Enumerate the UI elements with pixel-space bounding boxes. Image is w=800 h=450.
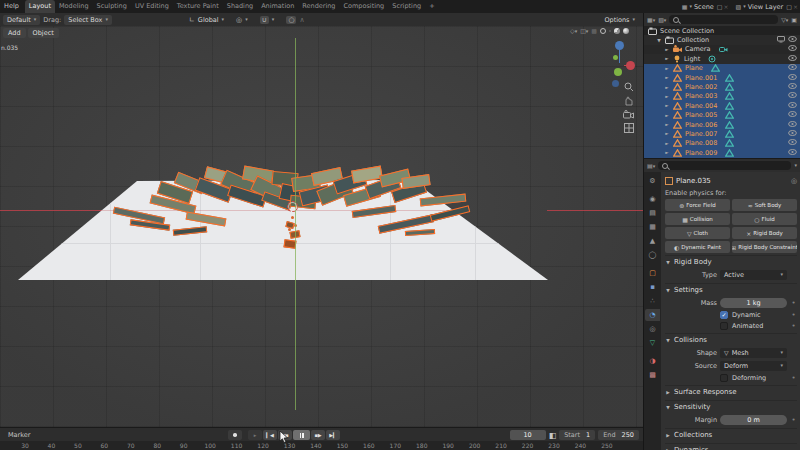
clock-icon[interactable]: ◧ xyxy=(549,431,557,440)
settings-section-header[interactable]: ▼ Settings xyxy=(665,283,797,296)
triangle-right-icon[interactable]: ► xyxy=(664,75,670,80)
jump-end-button[interactable]: ▶▎ xyxy=(326,430,340,440)
workspace-tab-layout[interactable]: Layout xyxy=(25,0,55,13)
outliner-item-plane-004[interactable]: ►Plane.004 xyxy=(644,101,800,110)
visibility-eye-icon[interactable] xyxy=(788,36,797,44)
marker-menu[interactable]: Marker xyxy=(0,431,38,439)
visibility-eye-icon[interactable] xyxy=(788,55,797,63)
properties-tab-texture[interactable]: ▩ xyxy=(645,369,660,381)
outliner-item-plane-008[interactable]: ►Plane.008 xyxy=(644,139,800,148)
margin-slider[interactable]: 0 m xyxy=(720,415,787,425)
active-object-name[interactable]: Plane.035 xyxy=(676,177,711,185)
visibility-eye-icon[interactable] xyxy=(788,45,797,53)
visibility-eye-icon[interactable] xyxy=(788,139,797,147)
debris-shard[interactable] xyxy=(420,194,467,207)
properties-tab-physics[interactable]: ◔ xyxy=(645,309,660,321)
visibility-eye-icon[interactable] xyxy=(788,149,797,157)
soft-body-button[interactable]: ≈Soft Body xyxy=(732,199,797,211)
remove-view-layer-icon[interactable]: × xyxy=(793,3,798,10)
outliner-item-plane-005[interactable]: ►Plane.005 xyxy=(644,111,800,120)
mass-slider[interactable]: 1 kg xyxy=(720,298,787,308)
unlink-scene-icon[interactable]: × xyxy=(723,3,728,10)
debris-shard[interactable] xyxy=(186,212,227,227)
rigid-body-section-header[interactable]: ▼ Rigid Body xyxy=(665,255,797,268)
outliner-display-mode-dropdown[interactable]: ▦▾ xyxy=(647,16,655,23)
force-field-button[interactable]: ⊛Force Field xyxy=(665,199,730,211)
sensitivity-section-header[interactable]: ▼ Sensitivity xyxy=(665,400,797,413)
help-menu[interactable]: Help xyxy=(0,0,25,13)
orientation-dropdown[interactable]: ∟ Global▾ xyxy=(185,15,228,25)
surface-response-section-header[interactable]: ▶ Surface Response xyxy=(665,385,797,398)
gizmo-y-ball[interactable] xyxy=(613,55,618,60)
collision-button[interactable]: ▦Collision xyxy=(665,213,730,225)
gizmo-neg-z-ball[interactable] xyxy=(612,80,619,87)
camera-view-icon[interactable] xyxy=(623,110,634,119)
workspace-tab-sculpting[interactable]: Sculpting xyxy=(93,0,131,13)
properties-tab-world[interactable]: ◯ xyxy=(645,249,660,261)
triangle-right-icon[interactable]: ► xyxy=(664,141,670,146)
debris-shard[interactable] xyxy=(405,229,435,236)
animate-dot-icon[interactable]: • xyxy=(790,299,797,307)
shading-material-button[interactable] xyxy=(614,28,620,34)
dynamics-section-header[interactable]: ▶ Dynamics xyxy=(665,443,797,450)
outliner-item-light[interactable]: ►Light xyxy=(644,54,800,63)
properties-tab-view-layer[interactable]: ▦ xyxy=(645,221,660,233)
outliner-item-plane-006[interactable]: ►Plane.006 xyxy=(644,120,800,129)
outliner-item-plane[interactable]: ►Plane xyxy=(644,64,800,73)
add-workspace-button[interactable]: + xyxy=(425,0,438,13)
workspace-tab-scripting[interactable]: Scripting xyxy=(388,0,425,13)
filter-icon[interactable]: ▽▾ xyxy=(781,16,788,23)
gizmo-x-ball[interactable] xyxy=(626,61,635,70)
triangle-right-icon[interactable]: ► xyxy=(664,66,670,71)
triangle-right-icon[interactable]: ► xyxy=(664,131,670,136)
shape-dropdown[interactable]: ▽ Mesh▾ xyxy=(720,348,787,358)
new-scene-icon[interactable]: ▢ xyxy=(717,3,723,10)
new-view-layer-icon[interactable]: ▢ xyxy=(786,3,792,10)
outliner-search-input[interactable] xyxy=(669,15,778,24)
properties-display-dropdown[interactable]: ▤▾ xyxy=(647,162,655,169)
gizmo-neg-y-ball[interactable] xyxy=(614,68,622,76)
debris-shard[interactable] xyxy=(352,205,397,218)
outliner-filter-collection-dropdown[interactable]: ▧▾ xyxy=(658,16,666,23)
visibility-eye-icon[interactable] xyxy=(788,130,797,138)
pivot-point-dropdown[interactable]: ◎▾ xyxy=(232,15,252,25)
triangle-right-icon[interactable]: ► xyxy=(664,47,670,52)
gizmos-dropdown[interactable]: ◇▾ xyxy=(570,27,577,34)
zoom-icon[interactable] xyxy=(624,82,634,92)
outliner-item-scene-collection[interactable]: Scene Collection xyxy=(644,26,800,35)
shading-rendered-button[interactable] xyxy=(623,28,629,34)
properties-options-icon[interactable]: ▾ xyxy=(794,163,797,168)
collections-section-header[interactable]: ▶ Collections xyxy=(665,428,797,441)
triangle-right-icon[interactable]: ► xyxy=(664,150,670,155)
workspace-tab-animation[interactable]: Animation xyxy=(257,0,298,13)
gizmo-z-ball[interactable] xyxy=(615,41,624,50)
triangle-right-icon[interactable]: ► xyxy=(664,94,670,99)
options-dropdown[interactable]: Options▾ xyxy=(600,15,639,25)
animate-dot-icon[interactable]: • xyxy=(790,374,797,382)
properties-tab-output[interactable]: ▤ xyxy=(645,207,660,219)
properties-tab-modifiers[interactable]: ▪ xyxy=(645,281,660,293)
visibility-eye-icon[interactable] xyxy=(788,111,797,119)
animated-checkbox[interactable] xyxy=(720,322,728,330)
debris-shard[interactable] xyxy=(173,226,207,236)
end-frame-field[interactable]: End 250 xyxy=(598,430,639,440)
outliner-item-plane-009[interactable]: ►Plane.009 xyxy=(644,148,800,157)
shading-wireframe-button[interactable] xyxy=(600,28,606,34)
visibility-eye-icon[interactable] xyxy=(788,121,797,129)
cloth-button[interactable]: ▽Cloth xyxy=(665,227,730,239)
properties-search-input[interactable] xyxy=(658,161,791,170)
shading-solid-button[interactable] xyxy=(609,30,611,32)
outliner-item-camera[interactable]: ►Camera xyxy=(644,45,800,54)
viewport-3d[interactable]: Add Object n.035 ◇▾ ◫▾ ▩ xyxy=(0,26,643,427)
deforming-checkbox[interactable] xyxy=(720,374,728,382)
new-collection-icon[interactable]: ▣ xyxy=(791,16,797,23)
object-menu[interactable]: Object xyxy=(28,28,59,38)
triangle-right-icon[interactable]: ► xyxy=(664,85,670,90)
visibility-eye-icon[interactable] xyxy=(788,83,797,91)
properties-tab-particles[interactable]: ∴ xyxy=(645,295,660,307)
properties-tab-scene[interactable]: ▲ xyxy=(645,235,660,247)
triangle-right-icon[interactable]: ► xyxy=(664,122,670,127)
animate-dot-icon[interactable]: • xyxy=(790,416,797,424)
workspace-tab-uv-editing[interactable]: UV Editing xyxy=(131,0,173,13)
visibility-eye-icon[interactable] xyxy=(788,74,797,82)
